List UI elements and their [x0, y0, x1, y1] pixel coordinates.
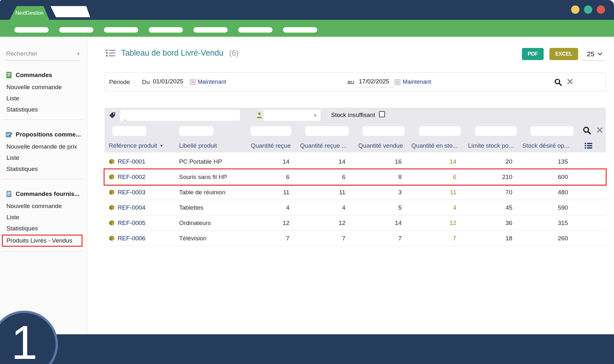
- period-from-input[interactable]: 01/01/2025: [152, 77, 188, 87]
- sidebar-item-statistiques[interactable]: Statistiques: [0, 104, 87, 115]
- column-header-libelle[interactable]: Libellé produit: [176, 142, 249, 149]
- sidebar-item-liste[interactable]: Liste: [0, 212, 87, 223]
- main-nav-bar: [0, 20, 614, 37]
- sidebar-section-commandes-fournisseurs: Commandes fournis... Nouvelle commande L…: [0, 188, 87, 252]
- column-chooser-button[interactable]: [571, 143, 606, 149]
- tag-filter-input[interactable]: _: [120, 110, 240, 121]
- stock-desire: 600: [516, 174, 571, 181]
- limite-stock: 70: [460, 189, 516, 196]
- column-header-qty-recue-2[interactable]: Quantité reçue ...: [293, 142, 349, 149]
- sidebar-item-statistiques[interactable]: Statistiques: [0, 223, 87, 234]
- window-dot-red[interactable]: [597, 5, 605, 14]
- window-dot-yellow[interactable]: [571, 5, 579, 14]
- period-to-input[interactable]: 17/02/2025: [358, 77, 394, 87]
- period-label: Période: [109, 73, 130, 91]
- column-header-limite-stock[interactable]: Limite stock po...: [460, 142, 516, 149]
- clear-icon[interactable]: ✕: [566, 73, 574, 91]
- sidebar: Rechercher ▼ Commandes Nouvelle commande…: [0, 37, 87, 334]
- filter-input-libelle[interactable]: [179, 126, 213, 136]
- supplier-icon: [256, 112, 263, 119]
- sidebar-item-liste[interactable]: Liste: [0, 93, 87, 104]
- stock-desire: 480: [516, 189, 571, 196]
- sidebar-section-commandes: Commandes Nouvelle commande Liste Statis…: [0, 69, 87, 120]
- qty-vendue: 16: [349, 158, 405, 165]
- excel-button[interactable]: EXCEL: [549, 48, 578, 60]
- filter-input-limite-stock[interactable]: [475, 126, 517, 136]
- period-from-label: Du: [142, 73, 150, 91]
- nav-menu-pill[interactable]: [283, 27, 317, 33]
- qty-stock: 14: [405, 158, 460, 165]
- table-row: REF-0006 Télévision 7 7 7 7 18 260: [105, 231, 606, 246]
- orders-document-icon: [5, 72, 12, 79]
- search-icon[interactable]: [554, 73, 562, 91]
- filter-input-qty-recue-2[interactable]: [305, 126, 349, 136]
- column-header-qty-vendue[interactable]: Quantité vendue: [349, 142, 405, 149]
- sidebar-item-liste[interactable]: Liste: [0, 152, 87, 163]
- product-label: Souris sans fil HP: [176, 174, 249, 181]
- nav-menu-pill[interactable]: [238, 27, 272, 33]
- search-icon[interactable]: [582, 126, 591, 135]
- table-row-highlighted: REF-0002 Souris sans fil HP 6 6 8 6 210 …: [105, 169, 606, 185]
- qty-recue: 14: [249, 158, 293, 165]
- filter-input-qty-recue[interactable]: [251, 126, 291, 136]
- step-number: 1: [11, 319, 37, 364]
- secondary-tab[interactable]: [51, 6, 90, 17]
- nav-menu-pill[interactable]: [193, 27, 228, 33]
- column-header-stock-desire[interactable]: Stock désiré op...: [516, 142, 571, 149]
- clear-icon[interactable]: ✕: [596, 126, 603, 135]
- qty-recue-2: 12: [293, 220, 349, 227]
- brand-name: NextGestion: [15, 10, 43, 16]
- brand-tab[interactable]: NextGestion: [10, 6, 49, 20]
- column-header-qty-stock[interactable]: Quantité en sto...: [405, 142, 460, 149]
- product-ref-link[interactable]: REF-0002: [118, 174, 146, 181]
- nav-menu-pill[interactable]: [149, 27, 183, 33]
- chevron-down-icon: ▼: [313, 113, 317, 118]
- product-cube-icon: [109, 235, 115, 241]
- product-ref-link[interactable]: REF-0003: [118, 189, 146, 196]
- table-row: REF-0005 Ordinateurs 12 12 14 12 36 315: [105, 215, 606, 231]
- nav-menu-pill[interactable]: [14, 27, 49, 33]
- page-size-select[interactable]: 25: [583, 47, 606, 61]
- qty-recue: 12: [249, 220, 293, 227]
- sidebar-item-nouvelle-commande[interactable]: Nouvelle commande: [0, 200, 87, 212]
- calendar-icon[interactable]: [395, 73, 400, 91]
- filter-input-reference[interactable]: [112, 126, 146, 136]
- sidebar-item-statistiques[interactable]: Statistiques: [0, 163, 87, 174]
- product-ref-link[interactable]: REF-0005: [118, 220, 146, 227]
- sidebar-item-nouvelle-commande[interactable]: Nouvelle commande: [0, 81, 87, 93]
- period-to-label: au: [347, 73, 354, 91]
- product-cube-icon: [109, 159, 115, 165]
- sidebar-divider: [3, 251, 83, 252]
- now-link[interactable]: Maintenant: [198, 79, 226, 85]
- product-ref-link[interactable]: REF-0001: [118, 158, 146, 165]
- limite-stock: 45: [460, 204, 516, 211]
- stock-insuffisant-checkbox[interactable]: [379, 111, 385, 117]
- supplier-select[interactable]: ▼: [264, 110, 320, 121]
- product-ref-link[interactable]: REF-0004: [118, 204, 146, 211]
- column-header-qty-recue[interactable]: Quantité reçue: [249, 142, 293, 149]
- qty-vendue: 8: [349, 174, 405, 181]
- filter-input-qty-stock[interactable]: [419, 126, 461, 136]
- sidebar-search-select[interactable]: Rechercher ▼: [6, 50, 80, 60]
- product-ref-link[interactable]: REF-0006: [118, 235, 146, 242]
- main-content: Tableau de bord Livré-Vendu (6) PDF EXCE…: [88, 37, 614, 334]
- filter-input-stock-desire[interactable]: [531, 126, 574, 136]
- sidebar-item-nouvelle-demande-de-prix[interactable]: Nouvelle demande de prix: [0, 141, 87, 152]
- product-label: Télévision: [176, 235, 249, 242]
- section-title: Commandes: [16, 72, 52, 79]
- page-title: Tableau de bord Livré-Vendu: [121, 48, 224, 58]
- limite-stock: 210: [460, 174, 516, 181]
- product-cube-icon: [109, 205, 115, 211]
- now-link[interactable]: Maintenant: [403, 79, 431, 85]
- qty-recue: 7: [249, 235, 293, 242]
- nav-menu-pill[interactable]: [59, 27, 93, 33]
- sidebar-item-produits-livres-vendus[interactable]: Produits Livrés - Vendus: [2, 235, 83, 247]
- window-dot-teal[interactable]: [584, 5, 592, 14]
- calendar-icon[interactable]: [190, 73, 196, 91]
- limite-stock: 36: [460, 220, 516, 227]
- column-header-reference[interactable]: Référence produit ▼: [105, 142, 176, 149]
- nav-menu-pill[interactable]: [104, 27, 138, 33]
- filter-input-qty-vendue[interactable]: [362, 126, 405, 136]
- pdf-button[interactable]: PDF: [522, 48, 544, 60]
- product-label: Ordinateurs: [176, 220, 249, 227]
